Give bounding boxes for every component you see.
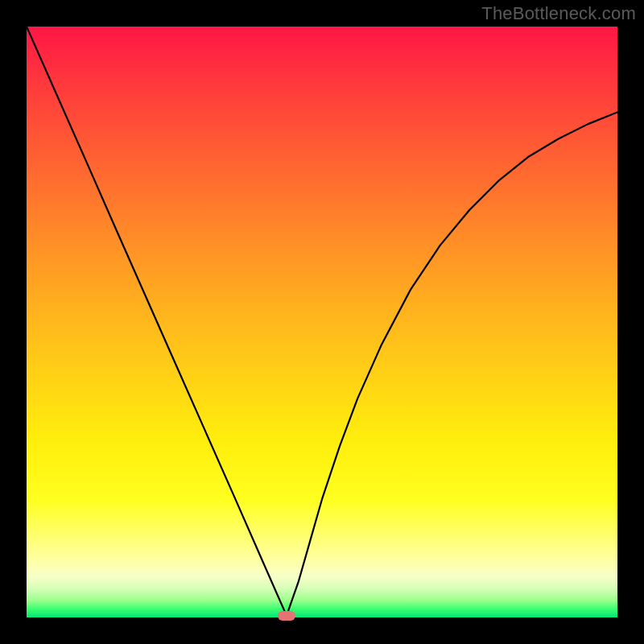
curve-svg bbox=[27, 27, 617, 617]
optimum-marker bbox=[278, 611, 295, 621]
bottleneck-curve bbox=[27, 27, 617, 616]
chart-plot-area bbox=[27, 27, 617, 617]
watermark-text: TheBottleneck.com bbox=[481, 3, 636, 24]
